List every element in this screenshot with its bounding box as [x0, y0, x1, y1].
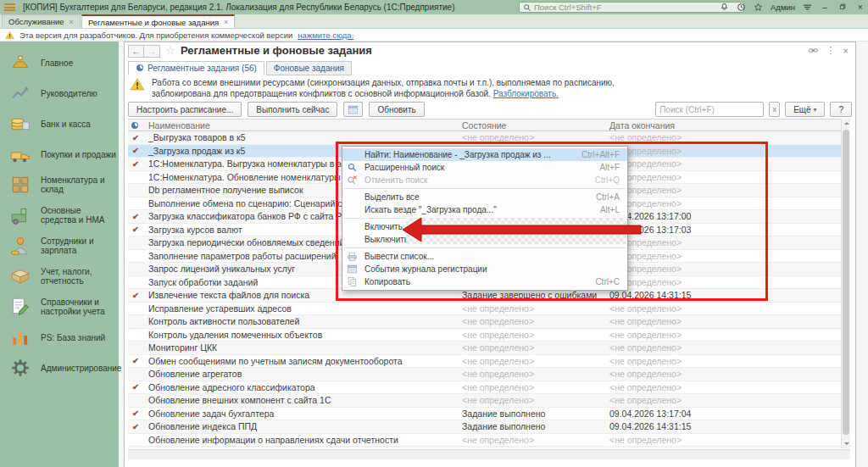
- table-row[interactable]: ✔Обновление индекса ППДЗадание выполнено…: [128, 420, 841, 434]
- table-row[interactable]: Контроль активности пользователей<не опр…: [128, 315, 841, 329]
- job-state-cell: <не определено>: [457, 316, 604, 326]
- scrollbar-thumb[interactable]: [843, 130, 849, 435]
- sidebar-item-label: Банк и касса: [41, 120, 117, 129]
- table-row[interactable]: Обновление областей данных<не определено…: [128, 447, 841, 448]
- context-menu-item-8[interactable]: Вывести список...: [342, 250, 627, 263]
- clear-search-button[interactable]: x: [769, 102, 780, 117]
- help-button[interactable]: ?: [830, 102, 852, 117]
- sidebar-item-staff[interactable]: Сотрудники и зарплата: [0, 231, 119, 261]
- list-search-input[interactable]: [655, 102, 764, 117]
- command-bar: Настроить расписание... Выполнить сейчас…: [128, 102, 425, 117]
- global-search-input[interactable]: [519, 2, 744, 13]
- table-row[interactable]: Обновление информации о направлениях сда…: [128, 434, 841, 448]
- menu-item-label: События журнала регистрации: [364, 264, 620, 274]
- more-actions-icon[interactable]: ⋮: [826, 45, 836, 56]
- job-name-cell: Контроль удаления помеченных объектов: [143, 330, 457, 340]
- restore-button[interactable]: [837, 3, 848, 12]
- notifications-bell-icon[interactable]: [720, 3, 729, 12]
- blocked-resources-warning: Работа со всеми внешними ресурсами (синх…: [130, 77, 672, 99]
- forward-button[interactable]: →: [144, 45, 160, 58]
- main-menu-icon[interactable]: [4, 3, 15, 11]
- job-name-cell: Обновление внешних компонент с сайта 1С: [143, 395, 457, 405]
- refresh-button[interactable]: Обновить: [369, 102, 424, 117]
- more-button[interactable]: Ещё ▾: [785, 102, 825, 117]
- table-row[interactable]: ✔Обмен сообщениями по учетным записям до…: [128, 355, 841, 369]
- menu-separator: [344, 188, 626, 189]
- run-now-button[interactable]: Выполнить сейчас: [248, 102, 337, 117]
- event-log-button[interactable]: [343, 102, 363, 117]
- table-row[interactable]: ✔Обновление адресного классификатора<не …: [128, 381, 841, 395]
- favorite-star-icon[interactable]: ☆: [165, 44, 175, 57]
- favorites-star-icon[interactable]: [754, 3, 763, 12]
- close-window-button[interactable]: ×: [855, 3, 865, 12]
- table-row[interactable]: Исправление устаревших адресов<не опреде…: [128, 303, 841, 316]
- context-menu-item-2[interactable]: Расширенный поискAlt+F: [342, 161, 627, 174]
- job-state-cell: <не определено>: [457, 369, 604, 379]
- table-row[interactable]: Мониторинг ЦКК<не определено><не определ…: [128, 342, 841, 355]
- sidebar-item-inventory[interactable]: Номенклатура и склад: [0, 170, 119, 200]
- menu-item-label: Искать везде "_Загрузка прода...": [364, 205, 590, 214]
- table-row[interactable]: ✔Извлечение текста файлов для поискаЗада…: [128, 289, 841, 303]
- table-row[interactable]: Контроль удаления помеченных объектов<не…: [128, 329, 841, 342]
- sidebar-item-manager[interactable]: Руководителю: [0, 78, 119, 108]
- job-name-cell: Контроль активности пользователей: [143, 316, 457, 326]
- sidebar-item-home[interactable]: Главное: [0, 47, 119, 78]
- configure-schedule-button[interactable]: Настроить расписание...: [128, 102, 242, 117]
- close-form-icon[interactable]: ×: [843, 46, 849, 56]
- job-state-cell: <не определено>: [457, 342, 604, 353]
- enabled-check-icon: ✔: [128, 409, 143, 418]
- global-search-field[interactable]: [534, 3, 740, 12]
- references-icon: [8, 296, 33, 319]
- sidebar-item-accounting[interactable]: Учет, налоги, отчетность: [0, 261, 119, 292]
- column-header-state[interactable]: Состояние: [457, 120, 604, 131]
- context-menu-item-9[interactable]: События журнала регистрации: [342, 263, 627, 275]
- document-tab-label: Регламентные и фоновые задания: [88, 18, 219, 27]
- admin-icon: [8, 357, 33, 380]
- sidebar-item-assets[interactable]: Основные средства и НМА: [0, 200, 119, 231]
- table-row[interactable]: Обновление внешних компонент с сайта 1С<…: [128, 394, 841, 408]
- context-menu-item-10[interactable]: КопироватьCtrl+C: [342, 275, 627, 288]
- job-name-cell: Обновление индекса ППД: [143, 421, 457, 431]
- warning-text: Работа со всеми внешними ресурсами (синх…: [152, 77, 639, 99]
- sidebar-item-knowledge[interactable]: PS: База знаний: [0, 322, 119, 353]
- title-bar: [КОПИЯ] Бухгалтерия для Беларуси, редакц…: [0, 0, 868, 14]
- close-tab-icon[interactable]: ×: [224, 18, 228, 26]
- unblock-link[interactable]: Разблокировать.: [493, 89, 559, 98]
- horizontal-scrollbar[interactable]: [128, 449, 850, 459]
- document-tab-2[interactable]: Регламентные и фоновые задания×: [81, 14, 236, 28]
- get-link-icon[interactable]: [808, 45, 819, 56]
- column-header-name[interactable]: Наименование: [143, 120, 457, 131]
- dev-banner-link[interactable]: нажмите сюда.: [298, 31, 353, 40]
- scroll-up-arrow[interactable]: [842, 119, 851, 128]
- sidebar-item-admin[interactable]: Администрирование: [0, 353, 119, 383]
- job-end-date-cell: <не определено>: [604, 435, 841, 445]
- document-tab-1[interactable]: Обслуживание×: [2, 14, 81, 28]
- list-search-field[interactable]: [659, 105, 760, 114]
- context-menu-item-4[interactable]: Выделить всеCtrl+A: [342, 191, 627, 203]
- minimize-button[interactable]: –: [820, 3, 830, 12]
- history-icon[interactable]: [737, 3, 746, 12]
- context-menu-item-1[interactable]: Найти: Наименование - _Загрузка продаж и…: [342, 148, 627, 161]
- sidebar-item-label: Покупки и продажи: [41, 150, 117, 159]
- sidebar-item-references[interactable]: Справочники и настройки учета: [0, 292, 119, 322]
- job-end-date-cell: <не определено>: [604, 264, 841, 274]
- form-tab-1[interactable]: Регламентные задания (56): [128, 61, 264, 75]
- table-row[interactable]: ✔Обновление задач бухгалтераЗадание выпо…: [128, 408, 841, 421]
- context-menu-item-5[interactable]: Искать везде "_Загрузка прода..."Alt+L: [342, 203, 627, 216]
- table-row[interactable]: ✔_Выгрузка товаров в к5<не определено><н…: [128, 131, 841, 145]
- form-tab-2[interactable]: Фоновые задания: [266, 61, 352, 75]
- user-menu-icon[interactable]: [803, 3, 812, 11]
- sidebar-item-trade[interactable]: Покупки и продажи: [0, 139, 119, 170]
- column-header-date[interactable]: Дата окончания: [604, 120, 841, 131]
- menu-item-label: Вывести список...: [364, 252, 620, 261]
- scroll-down-arrow[interactable]: [842, 439, 851, 448]
- sidebar-item-bank[interactable]: Банк и касса: [0, 108, 119, 139]
- table-row[interactable]: Обновление агрегатов<не определено><не о…: [128, 368, 841, 381]
- vertical-scrollbar[interactable]: [841, 119, 850, 448]
- job-end-date-cell: <не определено>: [604, 132, 841, 142]
- job-end-date-cell: <не определено>: [604, 277, 841, 287]
- enabled-check-icon: ✔: [128, 382, 143, 392]
- back-button[interactable]: ←: [128, 45, 144, 58]
- close-tab-icon[interactable]: ×: [70, 18, 74, 26]
- current-user[interactable]: Админ: [771, 3, 795, 12]
